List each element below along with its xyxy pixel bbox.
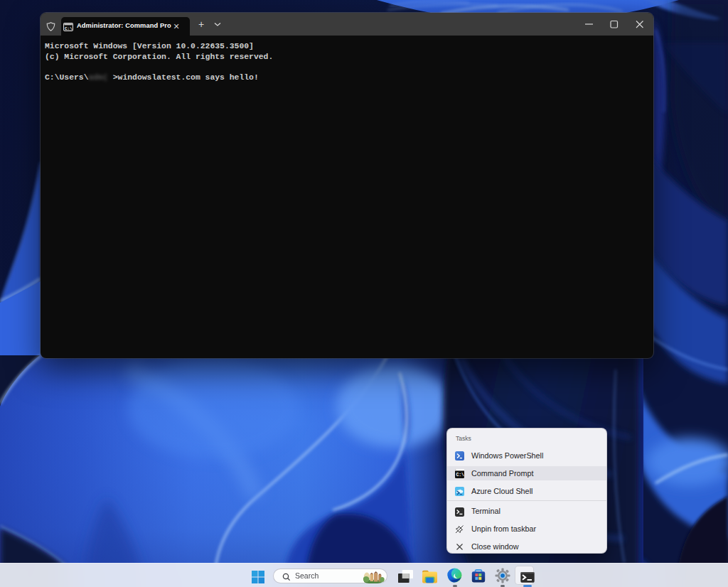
svg-text:C:\: C:\ [64,26,72,31]
svg-text:C:\: C:\ [456,473,464,478]
